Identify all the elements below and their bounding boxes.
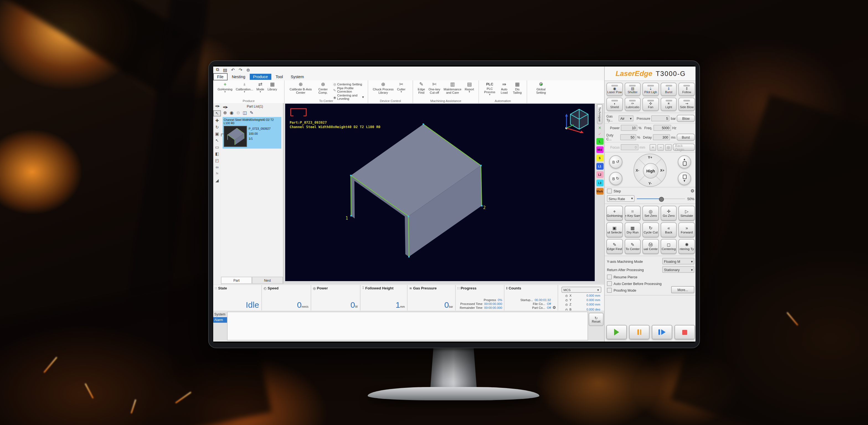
centering-type-button[interactable]: ✺ntering Ty [679,239,695,254]
add-part-icon[interactable]: ⊕ [223,110,227,115]
resume-pierce-checkbox[interactable] [607,275,612,279]
simu-rate-slider[interactable] [637,196,685,201]
model-view-icon[interactable]: ◫ [243,110,247,115]
focus-input[interactable]: 0 [621,144,639,150]
centering-button[interactable]: ◻Centering [661,239,677,254]
reset-button[interactable]: ↻ Reset [589,313,603,326]
tab-part[interactable]: Part [221,277,252,284]
pick-arrow-icon[interactable]: ↖ [214,138,220,143]
ribbon-center-comp[interactable]: ⊕ Center Comp. [316,82,331,94]
select-cursor-icon[interactable]: ↖ [213,110,221,116]
dry-run-button[interactable]: ▦Dry Run [624,222,641,237]
peak-power-input[interactable]: 10 [621,125,638,131]
layer-chip-L1[interactable]: L1 [596,163,603,170]
part-list-item[interactable]: Channel Steel Width80xHeight40 D2 T2 L10… [223,117,281,149]
delay-input[interactable]: 300 [653,134,670,140]
ribbon-dis-tailing[interactable]: ▦ Dis Tailing [513,82,522,94]
resume-pierce-option[interactable]: Resume Pierce [607,275,694,279]
gas-type-select[interactable]: Air▾ [619,115,633,121]
jog-speed-high-button[interactable]: High [643,163,658,178]
back-origin-button[interactable]: Back Origin [673,144,695,151]
shading-icon[interactable]: ◢ [214,178,220,183]
remove-part-icon[interactable]: ⊖ [236,110,240,115]
y-mode-select[interactable]: Floating M▾ [662,258,694,264]
help-icon[interactable]: ⊚ [246,67,250,73]
jog-settings-gear-icon[interactable]: ⚙ [690,189,694,194]
pilot-light-toggle[interactable]: ⇣Pilot Ligh [642,83,659,96]
jog-x-plus[interactable]: X+ [660,168,664,172]
tab-technique[interactable]: Technique [597,104,602,124]
ribbon-auto-load[interactable]: ⇛ Auto Load [499,82,509,94]
cycle-cut-button[interactable]: ↻Cycle Cut [642,222,659,237]
ribbon-mode[interactable]: ⇄ Mode ▾ [256,82,264,93]
redo-icon[interactable]: ↷ [239,67,242,73]
menu-nesting[interactable]: Nesting [228,74,249,80]
z-down-button[interactable]: ▼ [678,172,691,185]
layer-chip-Mark[interactable]: Mark [596,188,603,195]
edit-part-icon[interactable]: ✎ [250,110,253,115]
shutter-toggle[interactable]: ▤Shutter [624,83,641,96]
step-checkbox[interactable] [607,189,612,194]
blow-button[interactable]: Blow [677,114,695,122]
lubrication-toggle[interactable]: ✑Lubricatio [624,97,641,111]
ribbon-chuck-process-library[interactable]: ⊕ Chuck Process Library [373,82,394,94]
tab-alarm-log[interactable]: Alarm [213,317,227,323]
fit-view-icon[interactable]: ▣ [214,132,220,136]
view-box-icon[interactable]: ◧ [214,151,220,157]
ribbon-calibrate-b-axis[interactable]: ⊕ Calibrate B-Axis Center [289,82,312,94]
ribbon-library[interactable]: ▦ Library [268,82,277,91]
ribbon-report[interactable]: ▤ Report ▾ [465,82,474,93]
layer-chip-L2[interactable]: L2 [596,172,603,178]
centering-setting[interactable]: ◎ Centering Setting [333,82,364,86]
tab-nest[interactable]: Nest [252,277,283,284]
fan-toggle[interactable]: ✣Fan [642,97,659,111]
pause-button[interactable] [629,325,650,339]
freq-input[interactable]: 5000 [653,125,671,131]
menu-system[interactable]: System [287,74,307,80]
pan-icon[interactable]: ✚ [214,118,220,123]
new-file-icon[interactable]: ⧉ [216,67,219,73]
flag-icon[interactable]: ⚑ [214,171,220,176]
laser-power-toggle[interactable]: ◉Laser Pow [607,83,623,96]
jog-x-minus[interactable]: X- [636,168,639,172]
burst-button[interactable]: Burst [677,133,695,141]
duty-cycle-input[interactable]: 50 [620,134,636,140]
focus-origin-button[interactable]: ◎ [665,144,672,150]
viewport-3d[interactable]: 1 2 Part:P_0723_093927 Channel Steel Wid… [285,104,595,281]
gohoming-button[interactable]: ⌖GoHoming [607,206,623,221]
ribbon-calibration[interactable]: ♁ Calibration... ▾ [236,82,253,93]
set-zero-button[interactable]: ◎Set Zero [642,206,659,221]
proofing-mode-checkbox[interactable] [607,288,612,293]
jog-y-minus[interactable]: Y- [648,181,652,185]
menu-file[interactable]: File [213,73,227,80]
auto-center-option[interactable]: Auto Center Before Processing [607,281,694,286]
tab-system-log[interactable]: System [213,312,227,317]
undo-icon[interactable]: ↶ [231,67,235,73]
auto-center-checkbox[interactable] [607,281,612,286]
light-toggle[interactable]: ☀Light [661,97,677,111]
go-zero-button[interactable]: ✛Go Zero [661,206,677,221]
inspect-icon[interactable]: ∞ [214,165,220,170]
counts-settings-gear-icon[interactable]: ⚙ [552,306,556,310]
orbit-icon[interactable]: ↻ [214,125,220,130]
forward-button[interactable]: »Forward [679,222,695,237]
collapse-icon[interactable]: ◄▶ [222,105,228,108]
simu-rate-select[interactable]: Simu Rate▾ [607,195,634,202]
pipe-profile-correction[interactable]: ✎ Pipe Profile Correction [333,86,364,93]
ribbon-cutter[interactable]: ✂ Cutter ▾ [397,82,405,93]
follow-toggle[interactable]: ⇕Follow [679,83,695,96]
b-axis-ccw-button[interactable]: B ↺ [609,155,622,169]
layer-chip-Mid[interactable]: Mid [596,147,603,153]
stop-button[interactable] [675,325,695,339]
edge-find-button[interactable]: ✎Edge Find [607,239,623,254]
b-axis-cw-button[interactable]: B ↻ [609,172,622,185]
resume-button[interactable] [652,325,672,339]
return-mode-select[interactable]: Stationary▾ [662,266,694,273]
layer-chip-S[interactable]: S [596,155,603,162]
collapse-panel-icon[interactable]: ◄▶ [214,104,220,109]
jog-y-plus[interactable]: Y+ [648,155,652,159]
ribbon-plc-process[interactable]: PLC PLC Process ▾ [484,82,496,96]
burst-toggle[interactable]: ⇓Burst [661,83,677,96]
ribbon-one-key-cutoff[interactable]: ✄ One-key Cut-off [429,82,440,94]
layer-chip-L3[interactable]: L3 [596,180,603,187]
